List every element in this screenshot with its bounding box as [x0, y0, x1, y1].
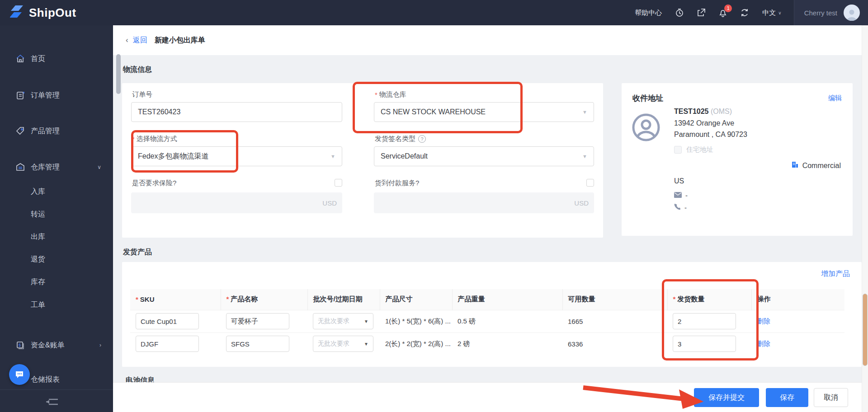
brand-logo[interactable]: ShipOut: [0, 5, 113, 20]
shipping-method-select[interactable]: Fedex多包裹物流渠道 ▼: [131, 146, 342, 166]
chat-support-button[interactable]: [9, 364, 30, 385]
table-row: 无批次要求▼ 1(长) * 5(宽) * 6(高) ... 0.5 磅 1665…: [130, 310, 844, 332]
currency-suffix: USD: [322, 199, 337, 207]
cod-checkbox[interactable]: [586, 179, 594, 187]
address-email-row: -: [674, 192, 688, 199]
sidebar-nav: 首页 订单管理 产品管理 仓库管理 ∨ 入库 转运: [0, 25, 113, 412]
cancel-button[interactable]: 取消: [814, 388, 848, 407]
sidebar-item-inbound[interactable]: 入库: [0, 185, 113, 198]
page-scrollbar-thumb[interactable]: [863, 294, 868, 366]
shipout-logo-icon: [10, 5, 24, 20]
table-row: 无批次要求▼ 2(长) * 2(宽) * 2(高) ... 2 磅 6336 删…: [130, 332, 844, 355]
cod-amount-input[interactable]: USD: [374, 192, 594, 213]
product-tag-icon: [15, 126, 25, 136]
edit-address-link[interactable]: 编辑: [828, 94, 842, 103]
chevron-down-icon: ∨: [97, 164, 101, 170]
back-link[interactable]: 返回: [133, 36, 147, 45]
address-country: US: [674, 177, 684, 185]
order-document-icon: [15, 90, 25, 100]
product-size-cell: 1(长) * 5(宽) * 6(高) ...: [380, 310, 452, 332]
warehouse-box-icon: [15, 162, 25, 172]
signature-type-select[interactable]: ServiceDefault ▼: [374, 146, 594, 166]
recipient-avatar-icon: [632, 113, 660, 144]
sidebar-item-transfer[interactable]: 转运: [0, 208, 113, 220]
language-selector[interactable]: 中文 ∨: [762, 9, 781, 17]
insurance-checkbox[interactable]: [335, 179, 342, 187]
help-center-link[interactable]: 帮助中心: [635, 9, 662, 17]
sidebar-subitem-label: 转运: [31, 210, 45, 219]
collapse-sidebar-icon[interactable]: [45, 396, 61, 409]
sidebar-subitem-label: 出库: [31, 232, 45, 242]
sidebar-item-funds-billing[interactable]: $ 资金&账单 ›: [0, 339, 113, 351]
save-and-submit-button[interactable]: 保存并提交: [694, 388, 759, 407]
cod-label: 货到付款服务?: [375, 179, 419, 187]
notification-bell-icon[interactable]: 1: [718, 8, 728, 18]
user-menu[interactable]: Cherry test: [794, 0, 868, 25]
shipping-method-label: * 选择物流方式: [132, 135, 177, 143]
address-phone-row: -: [674, 203, 687, 211]
col-header-batch: 批次号/过期日期: [307, 289, 380, 310]
signature-type-label: 发货签名类型 ?: [375, 135, 426, 143]
sidebar-item-warehouse[interactable]: 仓库管理 ∨: [0, 161, 113, 173]
products-section-title: 发货产品: [123, 248, 152, 257]
dollar-bill-icon: $: [15, 340, 25, 350]
sidebar-subitem-label: 工单: [31, 300, 45, 310]
ship-qty-input[interactable]: [673, 313, 736, 329]
brand-name: ShipOut: [29, 6, 76, 20]
caret-down-icon: ▼: [582, 109, 587, 115]
product-weight-cell: 0.5 磅: [452, 310, 562, 332]
delete-row-link[interactable]: 删除: [757, 340, 770, 347]
help-icon[interactable]: ?: [418, 135, 426, 143]
commercial-type: Commercial: [791, 161, 841, 170]
sidebar-item-returns[interactable]: 退货: [0, 253, 113, 266]
chevron-right-icon: ›: [99, 342, 101, 348]
sku-input[interactable]: [136, 336, 199, 352]
product-weight-cell: 2 磅: [452, 332, 562, 355]
order-no-input[interactable]: [131, 102, 342, 122]
save-button[interactable]: 保存: [766, 388, 808, 407]
sidebar-item-inventory[interactable]: 库存: [0, 276, 113, 288]
delete-row-link[interactable]: 删除: [757, 317, 770, 325]
available-qty-cell: 6336: [562, 332, 667, 355]
page-scrollbar[interactable]: [862, 25, 868, 412]
products-card: 增加产品 *SKU *产品名称 批次号/过期日期 产品尺寸 产品重量 可用数量 …: [122, 262, 862, 367]
add-product-link[interactable]: 增加产品: [821, 269, 850, 279]
ship-qty-input[interactable]: [673, 336, 736, 352]
product-name-input[interactable]: [226, 336, 289, 352]
back-chevron-icon[interactable]: ‹: [126, 36, 128, 45]
warehouse-select[interactable]: CS NEW STOCK WAREHOUSE ▼: [374, 102, 594, 122]
batch-select[interactable]: 无批次要求▼: [313, 336, 373, 352]
sync-refresh-icon[interactable]: [740, 8, 750, 18]
address-source-tag: (OMS): [711, 108, 732, 115]
logistics-section-title: 物流信息: [123, 65, 152, 75]
sidebar-item-workorder[interactable]: 工单: [0, 299, 113, 311]
product-name-input[interactable]: [226, 313, 289, 329]
top-bar: ShipOut 帮助中心 1 中文: [0, 0, 868, 25]
history-clock-icon[interactable]: [675, 8, 684, 18]
user-avatar: [844, 5, 860, 21]
sku-input[interactable]: [136, 313, 199, 329]
envelope-icon: [674, 192, 682, 199]
sidebar-item-home[interactable]: 首页: [0, 52, 113, 65]
recipient-address-card: 收件地址 编辑 TEST1025 (OMS) 13942 Orange Ave …: [622, 83, 853, 236]
user-name: Cherry test: [804, 9, 837, 17]
col-header-available: 可用数量: [562, 289, 667, 310]
sidebar-item-products[interactable]: 产品管理: [0, 125, 113, 137]
address-line2: Paramount , CA 90723: [674, 131, 747, 139]
address-email-value: -: [685, 192, 688, 199]
residential-checkbox[interactable]: [674, 146, 682, 154]
content-scrollbar-thumb[interactable]: [116, 54, 121, 94]
insurance-label: 是否要求保险?: [132, 179, 176, 187]
logistics-form-card: 订单号 * 物流仓库 CS NEW STOCK WAREHOUSE ▼ * 选择…: [122, 83, 603, 238]
batch-select[interactable]: 无批次要求▼: [313, 313, 373, 329]
share-icon[interactable]: [696, 8, 706, 18]
insurance-amount-input[interactable]: USD: [131, 192, 342, 213]
sidebar-item-orders[interactable]: 订单管理: [0, 89, 113, 102]
currency-suffix: USD: [574, 199, 589, 207]
address-section-title: 收件地址: [632, 93, 663, 103]
sidebar-item-outbound[interactable]: 出库: [0, 230, 113, 243]
residential-label: 住宅地址: [686, 145, 713, 154]
sidebar-subitem-label: 退货: [31, 255, 45, 264]
order-no-label: 订单号: [132, 90, 152, 99]
address-line1: 13942 Orange Ave: [674, 119, 734, 127]
